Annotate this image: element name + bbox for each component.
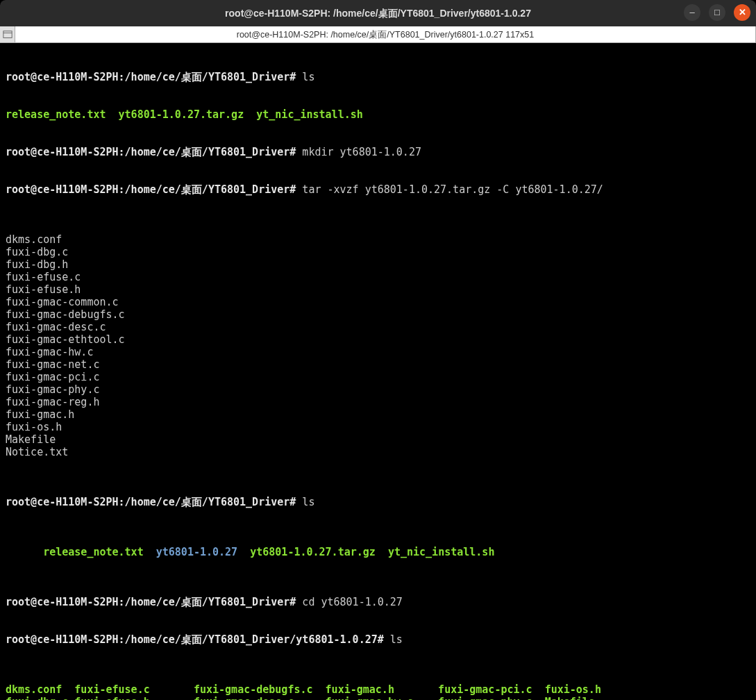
output-line: dkms.conf [6, 233, 750, 246]
output-line: fuxi-gmac-ethtool.c [6, 333, 750, 346]
prompt: root@ce-H110M-S2PH:/home/ce/桌面/YT6801_Dr… [6, 633, 384, 646]
output-line: fuxi-gmac-pci.c [6, 371, 750, 383]
window-controls: – □ ✕ [684, 4, 750, 21]
directory: yt6801-1.0.27 [156, 546, 237, 558]
prompt: root@ce-H110M-S2PH:/home/ce/桌面/YT6801_Dr… [6, 146, 296, 158]
prompt: root@ce-H110M-S2PH:/home/ce/桌面/YT6801_Dr… [6, 596, 296, 608]
output-line: fuxi-gmac-net.c [6, 358, 750, 371]
titlebar[interactable]: root@ce-H110M-S2PH: /home/ce/桌面/YT6801_D… [0, 0, 756, 26]
output-line: fuxi-dbg.h [6, 258, 750, 271]
output-line: fuxi-gmac-hw.c [6, 346, 750, 358]
output-line: fuxi-dbg.c [6, 246, 750, 258]
cmd-ls: ls [296, 496, 314, 508]
output-line: fuxi-dbg.c fuxi-efuse.h fuxi-gmac-desc.c… [6, 696, 750, 700]
file: release_note.txt [43, 546, 156, 558]
close-button[interactable]: ✕ [734, 4, 750, 21]
file: yt6801-1.0.27.tar.gz [250, 546, 388, 558]
output-line: fuxi-gmac-phy.c [6, 383, 750, 396]
cmd-tar: tar -xvzf yt6801-1.0.27.tar.gz -C yt6801… [296, 183, 603, 196]
prompt: root@ce-H110M-S2PH:/home/ce/桌面/YT6801_Dr… [6, 71, 296, 83]
tar-output: dkms.conffuxi-dbg.cfuxi-dbg.hfuxi-efuse.… [6, 233, 750, 458]
svg-rect-0 [3, 31, 11, 38]
file: yt6801-1.0.27.tar.gz [119, 108, 257, 121]
cmd-cd: cd yt6801-1.0.27 [296, 596, 403, 608]
output-line: fuxi-gmac-reg.h [6, 396, 750, 408]
window-title: root@ce-H110M-S2PH: /home/ce/桌面/YT6801_D… [225, 7, 531, 19]
terminal-body[interactable]: root@ce-H110M-S2PH:/home/ce/桌面/YT6801_Dr… [0, 43, 756, 700]
ls-output: dkms.conf fuxi-efuse.c fuxi-gmac-debugfs… [6, 683, 750, 700]
file: yt_nic_install.sh [256, 108, 363, 121]
output-line: Makefile [6, 433, 750, 446]
minimize-button[interactable]: – [684, 4, 700, 21]
file: release_note.txt [6, 108, 119, 121]
cmd-ls: ls [296, 71, 314, 83]
spacer [237, 546, 250, 558]
tab-active[interactable]: root@ce-H110M-S2PH: /home/ce/桌面/YT6801_D… [15, 26, 756, 42]
new-tab-icon[interactable] [0, 26, 15, 42]
output-line: fuxi-gmac.h [6, 408, 750, 421]
prompt: root@ce-H110M-S2PH:/home/ce/桌面/YT6801_Dr… [6, 183, 296, 196]
output-line: fuxi-efuse.h [6, 283, 750, 296]
file: yt_nic_install.sh [388, 546, 495, 558]
output-line: fuxi-gmac-common.c [6, 296, 750, 308]
cmd-mkdir: mkdir yt6801-1.0.27 [296, 146, 421, 158]
output-line: Notice.txt [6, 446, 750, 458]
tab-bar: root@ce-H110M-S2PH: /home/ce/桌面/YT6801_D… [0, 26, 756, 43]
output-line: fuxi-efuse.c [6, 271, 750, 283]
prompt: root@ce-H110M-S2PH:/home/ce/桌面/YT6801_Dr… [6, 496, 296, 508]
output-line: dkms.conf fuxi-efuse.c fuxi-gmac-debugfs… [6, 683, 750, 696]
terminal-window: root@ce-H110M-S2PH: /home/ce/桌面/YT6801_D… [0, 0, 756, 700]
output-line: fuxi-gmac-debugfs.c [6, 308, 750, 321]
maximize-button[interactable]: □ [709, 4, 725, 21]
output-line: fuxi-os.h [6, 421, 750, 433]
output-line: fuxi-gmac-desc.c [6, 321, 750, 333]
cmd-ls: ls [384, 633, 403, 646]
